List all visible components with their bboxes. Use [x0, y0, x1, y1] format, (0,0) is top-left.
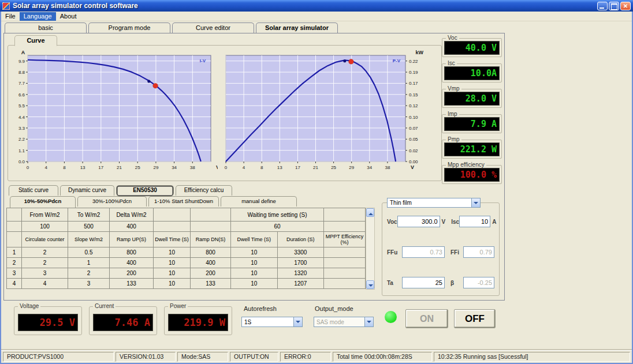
pv-type-select[interactable]: Thin film [387, 198, 481, 208]
tab-basic[interactable]: basic [5, 22, 87, 33]
table-cell[interactable]: 1 [68, 258, 110, 268]
table-cell[interactable]: 3 [22, 268, 68, 279]
table-cell[interactable]: 200 [191, 268, 231, 279]
svg-text:5.5: 5.5 [18, 103, 25, 108]
voltage-label: Voltage [18, 303, 40, 309]
tab-manual-define[interactable]: manual define [221, 196, 297, 207]
ta-input[interactable] [402, 277, 445, 288]
tab-curve[interactable]: Curve [14, 35, 57, 46]
output-mode-label: Output_mode [315, 305, 353, 312]
menu-item-about[interactable]: About [56, 12, 81, 21]
tab-efficiency-calcu[interactable]: Efficiency calcu [176, 185, 232, 196]
table-cell[interactable]: 1320 [277, 268, 324, 279]
maximize-icon[interactable] [609, 2, 619, 10]
table-cell[interactable]: 3 [68, 279, 110, 289]
scroll-down-icon[interactable] [366, 280, 374, 289]
table-cell[interactable]: 60 [231, 222, 324, 232]
svg-text:1.1: 1.1 [18, 148, 25, 153]
pv-chart: 04813172125293438V0.220.190.170.150.120.… [222, 50, 426, 175]
tab-dynamic-curve[interactable]: Dynamic curve [60, 185, 114, 196]
scroll-up-icon[interactable] [366, 208, 374, 217]
tab-en50530[interactable]: EN50530 [116, 185, 174, 196]
table-cell[interactable]: 2 [22, 258, 68, 268]
tab-program-mode[interactable]: Program mode [88, 22, 170, 33]
table-cell[interactable]: 200 [110, 268, 154, 279]
autorefresh-select[interactable]: 1S [241, 317, 303, 327]
table-column-header-row: Circulate counterSlope W/m2Ramp UP(S)Dwe… [7, 232, 366, 247]
app-icon [2, 2, 10, 10]
table-cell[interactable]: 0.5 [68, 247, 110, 258]
status-mode: Mode:SAS [177, 352, 228, 362]
tab-static-curve[interactable]: Static curve [9, 185, 58, 196]
status-error: ERROR:0 [280, 352, 331, 362]
status-total-time: Total time 00d:00h:08m:28S [333, 352, 432, 362]
curve-mode-tab-bar: Static curveDynamic curveEN50530Efficien… [9, 185, 234, 196]
table-scrollbar[interactable] [366, 208, 375, 290]
table-cell[interactable]: 10 [231, 247, 278, 258]
table-cell[interactable]: 10 [231, 268, 278, 279]
svg-text:21: 21 [117, 165, 122, 170]
menu-item-language[interactable]: Language [20, 12, 56, 21]
table-cell-empty[interactable] [324, 279, 366, 289]
menu-item-file[interactable]: File [1, 12, 20, 21]
table-cell[interactable]: 800 [110, 247, 154, 258]
table-cell[interactable]: 10 [154, 258, 191, 268]
svg-text:A: A [21, 50, 25, 55]
table-cell-empty[interactable] [324, 222, 366, 232]
ta-label: Ta [387, 280, 402, 286]
table-cell-empty[interactable] [324, 247, 366, 258]
table-cell: Slope W/m2 [68, 232, 110, 247]
table-cell[interactable]: 10 [154, 268, 191, 279]
voc-label: Voc [387, 219, 397, 225]
table-cell[interactable]: 400 [191, 258, 231, 268]
table-cell: MPPT Efficiency (%) [324, 232, 366, 247]
table-cell[interactable]: 400 [110, 258, 154, 268]
voc-input[interactable] [397, 216, 440, 227]
table-cell[interactable]: 800 [191, 247, 231, 258]
table-cell[interactable]: 10 [231, 279, 278, 289]
off-button[interactable]: OFF [454, 309, 496, 328]
table-cell[interactable]: 10 [154, 247, 191, 258]
tab-10-50-pdcn[interactable]: 10%-50%Pdcn [10, 196, 76, 208]
title-bar[interactable]: Solar array simulator control software [0, 0, 633, 12]
table-cell[interactable]: 400 [110, 222, 154, 232]
table-cell[interactable]: 10 [154, 279, 191, 289]
readout-label: Imp [446, 111, 459, 117]
close-icon[interactable] [620, 2, 631, 10]
svg-text:0.19: 0.19 [409, 70, 418, 75]
svg-text:0: 0 [225, 165, 228, 170]
table-cell[interactable]: 500 [68, 222, 110, 232]
table-cell[interactable]: 10 [231, 258, 278, 268]
on-button[interactable]: ON [405, 309, 448, 328]
tab-30-100-pdcn[interactable]: 30%-100%Pdcn [77, 196, 147, 207]
svg-text:25: 25 [135, 165, 140, 170]
status-product: PRODUCT:PVS1000 [3, 352, 114, 362]
table-cell[interactable]: 133 [110, 279, 154, 289]
isc-input[interactable] [459, 216, 490, 227]
table-cell: 2 [7, 258, 22, 268]
svg-text:0.12: 0.12 [409, 103, 418, 108]
minimize-icon[interactable] [597, 2, 608, 10]
svg-text:I-V: I-V [200, 58, 206, 63]
table-cell[interactable]: 1207 [277, 279, 324, 289]
table-cell-empty[interactable] [324, 268, 366, 279]
output-mode-select[interactable]: SAS mode [314, 317, 374, 327]
table-cell-empty[interactable] [154, 222, 191, 232]
tab-curve-editor[interactable]: Curve editor [172, 22, 254, 33]
tab-1-10-start-shuntdown[interactable]: 1-10% Start ShuntDown [148, 196, 219, 207]
table-cell[interactable]: 2 [68, 268, 110, 279]
table-cell[interactable]: 4 [22, 279, 68, 289]
status-version: VERSION:01.03 [116, 352, 176, 362]
table-cell-empty[interactable] [324, 258, 366, 268]
table-cell[interactable]: 1700 [277, 258, 324, 268]
svg-text:0.00: 0.00 [409, 159, 418, 164]
table-cell[interactable]: 133 [191, 279, 231, 289]
table-cell: Ramp UP(S) [110, 232, 154, 247]
table-cell[interactable]: 100 [22, 222, 68, 232]
ffu-label: FFu [387, 249, 402, 256]
tab-solar-array-simulator[interactable]: Solar array simulator [256, 22, 338, 33]
table-cell[interactable]: 2 [22, 247, 68, 258]
table-cell-empty[interactable] [191, 222, 231, 232]
svg-text:7.7: 7.7 [18, 81, 25, 86]
table-cell[interactable]: 3300 [277, 247, 324, 258]
